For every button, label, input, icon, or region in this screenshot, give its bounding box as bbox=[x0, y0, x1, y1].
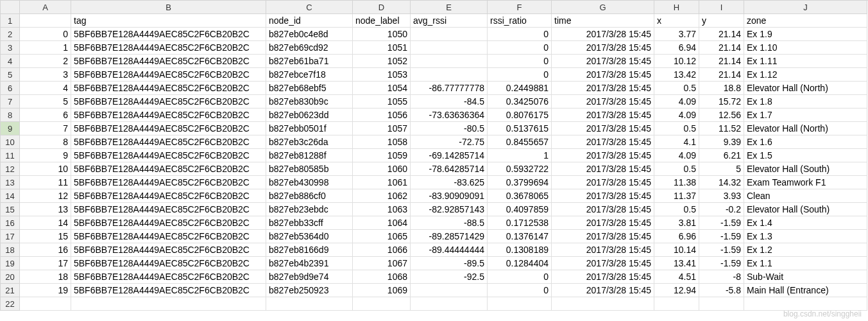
cell-G4[interactable]: 2017/3/28 15:45 bbox=[552, 55, 654, 68]
cell-I10[interactable]: 9.39 bbox=[699, 135, 744, 149]
cell-J16[interactable]: Ex 1.4 bbox=[744, 216, 867, 230]
cell-G1[interactable]: time bbox=[552, 14, 654, 28]
row-header-8[interactable]: 8 bbox=[1, 108, 20, 122]
cell-E6[interactable]: -86.77777778 bbox=[411, 82, 488, 95]
cell-A5[interactable]: 3 bbox=[20, 68, 71, 82]
cell-F5[interactable]: 0 bbox=[488, 68, 552, 82]
cell-F19[interactable]: 0.1284404 bbox=[488, 257, 552, 270]
cell-B18[interactable]: 5BF6BB7E128A4449AEC85C2F6CB20B2C bbox=[71, 243, 266, 257]
cell-D1[interactable]: node_label bbox=[353, 14, 411, 28]
cell-I21[interactable]: -5.8 bbox=[699, 284, 744, 297]
cell-I3[interactable]: 21.14 bbox=[699, 41, 744, 55]
cell-B16[interactable]: 5BF6BB7E128A4449AEC85C2F6CB20B2C bbox=[71, 216, 266, 230]
cell-D16[interactable]: 1064 bbox=[353, 216, 411, 230]
cell-A6[interactable]: 4 bbox=[20, 82, 71, 95]
cell-B20[interactable]: 5BF6BB7E128A4449AEC85C2F6CB20B2C bbox=[71, 270, 266, 284]
cell-C15[interactable]: b827eb23ebdc bbox=[266, 203, 353, 216]
cell-F20[interactable]: 0 bbox=[488, 270, 552, 284]
cell-D17[interactable]: 1065 bbox=[353, 230, 411, 243]
cell-J2[interactable]: Ex 1.9 bbox=[744, 28, 867, 41]
cell-F2[interactable]: 0 bbox=[488, 28, 552, 41]
cell-I6[interactable]: 18.8 bbox=[699, 82, 744, 95]
select-all-corner[interactable] bbox=[1, 1, 20, 14]
row-header-7[interactable]: 7 bbox=[1, 95, 20, 108]
cell-E11[interactable]: -69.14285714 bbox=[411, 149, 488, 162]
cell-D2[interactable]: 1050 bbox=[353, 28, 411, 41]
cell-I22[interactable] bbox=[699, 297, 744, 311]
cell-B8[interactable]: 5BF6BB7E128A4449AEC85C2F6CB20B2C bbox=[71, 108, 266, 122]
cell-I7[interactable]: 15.72 bbox=[699, 95, 744, 108]
cell-J1[interactable]: zone bbox=[744, 14, 867, 28]
cell-G13[interactable]: 2017/3/28 15:45 bbox=[552, 176, 654, 189]
cell-H13[interactable]: 11.38 bbox=[654, 176, 699, 189]
cell-E21[interactable] bbox=[411, 284, 488, 297]
cell-E13[interactable]: -83.625 bbox=[411, 176, 488, 189]
cell-D8[interactable]: 1056 bbox=[353, 108, 411, 122]
row-header-3[interactable]: 3 bbox=[1, 41, 20, 55]
cell-J19[interactable]: Ex 1.1 bbox=[744, 257, 867, 270]
cell-G10[interactable]: 2017/3/28 15:45 bbox=[552, 135, 654, 149]
cell-A11[interactable]: 9 bbox=[20, 149, 71, 162]
cell-G7[interactable]: 2017/3/28 15:45 bbox=[552, 95, 654, 108]
cell-C20[interactable]: b827eb9d9e74 bbox=[266, 270, 353, 284]
cell-H17[interactable]: 6.96 bbox=[654, 230, 699, 243]
cell-G19[interactable]: 2017/3/28 15:45 bbox=[552, 257, 654, 270]
column-header-F[interactable]: F bbox=[488, 1, 552, 14]
cell-A2[interactable]: 0 bbox=[20, 28, 71, 41]
row-header-9[interactable]: 9 bbox=[1, 122, 20, 135]
cell-G12[interactable]: 2017/3/28 15:45 bbox=[552, 162, 654, 176]
cell-E9[interactable]: -80.5 bbox=[411, 122, 488, 135]
cell-F7[interactable]: 0.3425076 bbox=[488, 95, 552, 108]
cell-B22[interactable] bbox=[71, 297, 266, 311]
cell-B2[interactable]: 5BF6BB7E128A4449AEC85C2F6CB20B2C bbox=[71, 28, 266, 41]
cell-I19[interactable]: -1.59 bbox=[699, 257, 744, 270]
cell-H7[interactable]: 4.09 bbox=[654, 95, 699, 108]
cell-H8[interactable]: 4.09 bbox=[654, 108, 699, 122]
cell-B7[interactable]: 5BF6BB7E128A4449AEC85C2F6CB20B2C bbox=[71, 95, 266, 108]
cell-D7[interactable]: 1055 bbox=[353, 95, 411, 108]
cell-D22[interactable] bbox=[353, 297, 411, 311]
cell-B17[interactable]: 5BF6BB7E128A4449AEC85C2F6CB20B2C bbox=[71, 230, 266, 243]
cell-C22[interactable] bbox=[266, 297, 353, 311]
cell-E1[interactable]: avg_rssi bbox=[411, 14, 488, 28]
cell-E18[interactable]: -89.44444444 bbox=[411, 243, 488, 257]
cell-E2[interactable] bbox=[411, 28, 488, 41]
cell-C3[interactable]: b827eb69cd92 bbox=[266, 41, 353, 55]
column-header-H[interactable]: H bbox=[654, 1, 699, 14]
cell-H22[interactable] bbox=[654, 297, 699, 311]
cell-J22[interactable] bbox=[744, 297, 867, 311]
cell-D4[interactable]: 1052 bbox=[353, 55, 411, 68]
column-header-B[interactable]: B bbox=[71, 1, 266, 14]
cell-A1[interactable] bbox=[20, 14, 71, 28]
cell-E14[interactable]: -83.90909091 bbox=[411, 189, 488, 203]
cell-B11[interactable]: 5BF6BB7E128A4449AEC85C2F6CB20B2C bbox=[71, 149, 266, 162]
cell-C16[interactable]: b827ebb33cff bbox=[266, 216, 353, 230]
cell-H16[interactable]: 3.81 bbox=[654, 216, 699, 230]
cell-I2[interactable]: 21.14 bbox=[699, 28, 744, 41]
cell-D19[interactable]: 1067 bbox=[353, 257, 411, 270]
cell-D15[interactable]: 1063 bbox=[353, 203, 411, 216]
cell-C5[interactable]: b827ebce7f18 bbox=[266, 68, 353, 82]
cell-C14[interactable]: b827eb886cf0 bbox=[266, 189, 353, 203]
cell-F22[interactable] bbox=[488, 297, 552, 311]
cell-J4[interactable]: Ex 1.11 bbox=[744, 55, 867, 68]
cell-F21[interactable]: 0 bbox=[488, 284, 552, 297]
cell-B4[interactable]: 5BF6BB7E128A4449AEC85C2F6CB20B2C bbox=[71, 55, 266, 68]
cell-A8[interactable]: 6 bbox=[20, 108, 71, 122]
cell-J14[interactable]: Clean bbox=[744, 189, 867, 203]
row-header-20[interactable]: 20 bbox=[1, 270, 20, 284]
row-header-5[interactable]: 5 bbox=[1, 68, 20, 82]
cell-J11[interactable]: Ex 1.5 bbox=[744, 149, 867, 162]
cell-I20[interactable]: -8 bbox=[699, 270, 744, 284]
cell-H3[interactable]: 6.94 bbox=[654, 41, 699, 55]
column-header-J[interactable]: J bbox=[744, 1, 867, 14]
cell-C6[interactable]: b827eb68ebf5 bbox=[266, 82, 353, 95]
cell-B10[interactable]: 5BF6BB7E128A4449AEC85C2F6CB20B2C bbox=[71, 135, 266, 149]
cell-F17[interactable]: 0.1376147 bbox=[488, 230, 552, 243]
cell-E8[interactable]: -73.63636364 bbox=[411, 108, 488, 122]
cell-I8[interactable]: 12.56 bbox=[699, 108, 744, 122]
cell-G9[interactable]: 2017/3/28 15:45 bbox=[552, 122, 654, 135]
cell-F9[interactable]: 0.5137615 bbox=[488, 122, 552, 135]
cell-C13[interactable]: b827eb430998 bbox=[266, 176, 353, 189]
cell-G22[interactable] bbox=[552, 297, 654, 311]
